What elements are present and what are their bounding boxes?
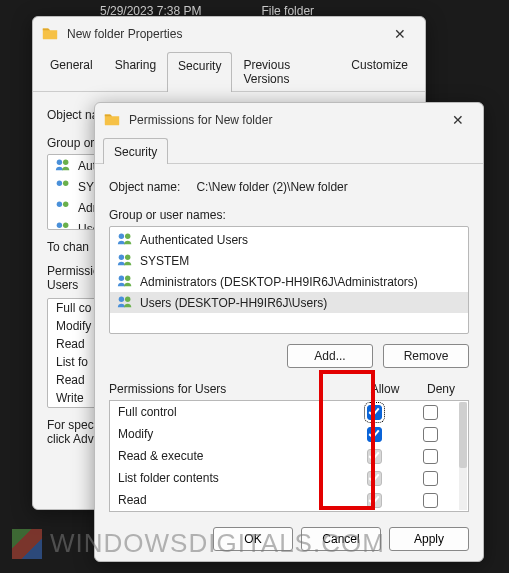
perm-list-partial: Full co Modify Read List fo Read Write [47, 298, 99, 408]
change-hint: To chan [47, 240, 99, 254]
allow-checkbox[interactable] [367, 449, 382, 464]
svg-point-7 [63, 223, 68, 228]
svg-point-14 [119, 297, 124, 302]
perm-object-path: C:\New folder (2)\New folder [196, 180, 347, 194]
svg-point-6 [57, 223, 62, 228]
user-row-administrators[interactable]: Administrators (DESKTOP-HH9IR6J\Administ… [110, 271, 468, 292]
perm-row: List folder contents [110, 467, 458, 489]
svg-point-12 [119, 276, 124, 281]
permissions-body: Object name: C:\New folder (2)\New folde… [95, 164, 483, 522]
user-row-authenticated[interactable]: Authenticated Users [110, 229, 468, 250]
permissions-titlebar: Permissions for New folder ✕ [95, 103, 483, 137]
tab-customize[interactable]: Customize [340, 51, 419, 91]
users-icon [116, 231, 134, 248]
perm-for-label: Permissions for Users [109, 382, 357, 396]
deny-checkbox[interactable] [423, 405, 438, 420]
svg-point-4 [57, 202, 62, 207]
user-row-users[interactable]: Users (DESKTOP-HH9IR6J\Users) [110, 292, 468, 313]
users-icon [116, 273, 134, 290]
perm-name: Read [118, 493, 346, 507]
perm-name: Full control [118, 405, 346, 419]
scrollbar-handle[interactable] [459, 402, 467, 468]
allow-checkbox[interactable] [367, 471, 382, 486]
watermark-text: WINDOWSDIGITALS.COM [50, 528, 385, 559]
perm-row: Read [110, 489, 458, 511]
svg-point-8 [119, 234, 124, 239]
deny-checkbox[interactable] [423, 471, 438, 486]
allow-checkbox[interactable] [367, 427, 382, 442]
properties-titlebar: New folder Properties ✕ [33, 17, 425, 51]
properties-title: New folder Properties [67, 27, 375, 41]
svg-point-11 [125, 255, 130, 260]
svg-point-9 [125, 234, 130, 239]
perm-tab-security[interactable]: Security [103, 138, 168, 164]
svg-point-0 [57, 160, 62, 165]
svg-point-10 [119, 255, 124, 260]
svg-point-2 [57, 181, 62, 186]
perm-name: Read & execute [118, 449, 346, 463]
perm-row: Read & execute [110, 445, 458, 467]
perm-row: Full control [110, 401, 458, 423]
perm-name: List folder contents [118, 471, 346, 485]
allow-checkbox[interactable] [367, 405, 382, 420]
allow-header: Allow [357, 382, 413, 396]
permissions-title: Permissions for New folder [129, 113, 433, 127]
perm-headers: Permissions for Users Allow Deny [109, 382, 469, 396]
users-icon [54, 220, 72, 230]
watermark: WINDOWSDIGITALS.COM [12, 528, 385, 559]
properties-tabs: General Sharing Security Previous Versio… [33, 51, 425, 92]
svg-point-1 [63, 160, 68, 165]
perm-row: Modify [110, 423, 458, 445]
perm-users-list[interactable]: Authenticated Users SYSTEM Administrator… [109, 226, 469, 334]
perm-name: Modify [118, 427, 346, 441]
watermark-logo-icon [12, 529, 42, 559]
tab-general[interactable]: General [39, 51, 104, 91]
deny-header: Deny [413, 382, 469, 396]
add-button[interactable]: Add... [287, 344, 373, 368]
svg-point-13 [125, 276, 130, 281]
permissions-window: Permissions for New folder ✕ Security Ob… [94, 102, 484, 562]
deny-checkbox[interactable] [423, 449, 438, 464]
apply-button[interactable]: Apply [389, 527, 469, 551]
users-icon [54, 157, 72, 174]
perm-group-label: Group or user names: [109, 208, 469, 222]
permissions-close-button[interactable]: ✕ [441, 106, 475, 134]
tab-sharing[interactable]: Sharing [104, 51, 167, 91]
folder-icon [103, 110, 121, 131]
svg-point-3 [63, 181, 68, 186]
svg-point-5 [63, 202, 68, 207]
allow-checkbox[interactable] [367, 493, 382, 508]
perm-label-short: Permissio Users [47, 264, 99, 292]
users-list-partial[interactable]: Aut SY Adr Use [47, 154, 99, 230]
deny-checkbox[interactable] [423, 427, 438, 442]
tab-previous-versions[interactable]: Previous Versions [232, 51, 340, 91]
perm-object-label: Object name: [109, 180, 180, 194]
svg-point-15 [125, 297, 130, 302]
perm-checkbox-list: Full controlModifyRead & executeList fol… [109, 400, 469, 512]
user-row-system[interactable]: SYSTEM [110, 250, 468, 271]
users-icon [116, 252, 134, 269]
deny-checkbox[interactable] [423, 493, 438, 508]
advanced-hint: For spec click Adv [47, 418, 99, 446]
permissions-tabs: Security [95, 137, 483, 164]
users-icon [116, 294, 134, 311]
properties-close-button[interactable]: ✕ [383, 20, 417, 48]
remove-button[interactable]: Remove [383, 344, 469, 368]
users-icon [54, 178, 72, 195]
tab-security[interactable]: Security [167, 52, 232, 92]
add-remove-buttons: Add... Remove [109, 344, 469, 368]
users-icon [54, 199, 72, 216]
folder-icon [41, 24, 59, 45]
